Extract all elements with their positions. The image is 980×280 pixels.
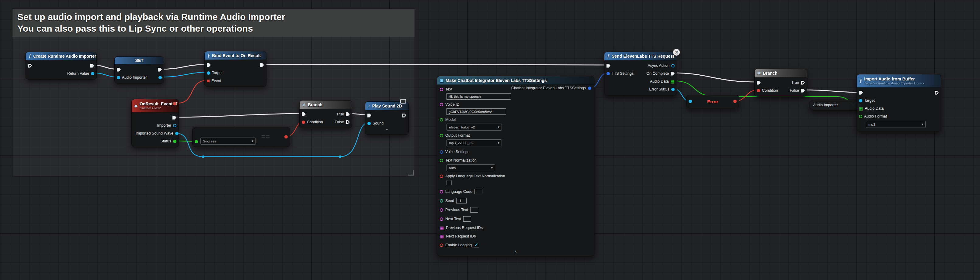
import-audio-from-buffer-node[interactable]: ƒ Import Audio from Buffer Target is Run…: [856, 74, 941, 132]
exec-out-pin[interactable]: [935, 91, 939, 95]
next-text-pin[interactable]: [440, 217, 443, 221]
exec-in-pin[interactable]: [302, 112, 306, 116]
previous-request-ids-array-pin[interactable]: ▦: [440, 226, 444, 230]
model-pin[interactable]: [440, 118, 443, 122]
error-compact-node[interactable]: Error: [686, 95, 739, 108]
audio-format-pin[interactable]: [859, 115, 862, 118]
advanced-expand-chevron-icon[interactable]: ˅: [365, 127, 409, 133]
text-normalization-pin[interactable]: [440, 159, 443, 162]
target-pin[interactable]: [859, 99, 862, 102]
audio-format-dropdown[interactable]: mp3: [866, 121, 926, 128]
output-format-dropdown[interactable]: mp3_22050_32: [447, 139, 502, 146]
importer-pin[interactable]: [173, 124, 177, 127]
audio-importer-out-pin[interactable]: [159, 76, 162, 79]
false-exec-pin[interactable]: [346, 120, 350, 124]
voice-settings-pin[interactable]: [440, 150, 443, 153]
sound-pin[interactable]: [368, 122, 371, 125]
audio-data-array-pin[interactable]: ▦: [859, 106, 863, 111]
status-label: Status: [161, 139, 171, 143]
audio-data-label: Audio Data: [650, 79, 669, 84]
async-action-pin[interactable]: [671, 64, 675, 67]
output-delegate-pin[interactable]: [173, 102, 176, 105]
error-status-pin[interactable]: [671, 88, 675, 91]
node-title: SET: [135, 58, 143, 63]
previous-text-input[interactable]: [470, 207, 478, 213]
previous-text-pin[interactable]: [440, 208, 443, 212]
voice-id-input[interactable]: gOkFV1JMCt0G0n9xmBwV: [447, 108, 506, 115]
set-audio-importer-node[interactable]: SET Audio Importer: [115, 57, 164, 84]
branch-node-2[interactable]: ⇄ Branch True Condition False: [754, 69, 807, 96]
condition-pin[interactable]: [302, 120, 305, 124]
text-input[interactable]: Hi, this is my speech: [447, 93, 511, 100]
exec-out-pin[interactable]: [172, 116, 177, 120]
text-normalization-dropdown[interactable]: auto: [447, 164, 495, 171]
error-in-pin[interactable]: [689, 100, 692, 103]
seed-input[interactable]: -1: [456, 198, 466, 204]
language-code-input[interactable]: [474, 189, 482, 195]
imported-sound-wave-pin[interactable]: [175, 132, 178, 135]
bind-event-to-on-result-node[interactable]: ƒ Bind Event to On Result Target Event: [204, 51, 266, 87]
branch-node-1[interactable]: ⇄ Branch True Condition False: [299, 100, 352, 128]
exec-out-pin[interactable]: [260, 63, 264, 67]
development-only-badge-icon: [400, 99, 406, 104]
exec-out-pin[interactable]: [90, 64, 94, 68]
exec-in-pin[interactable]: [368, 114, 371, 117]
node-title: Create Runtime Audio Importer: [33, 54, 96, 59]
equal-enum-node[interactable]: == Success: [192, 127, 290, 147]
node-header: ⇄ Branch: [755, 69, 807, 78]
variable-label: Audio Importer: [813, 103, 838, 107]
enum-value-dropdown[interactable]: Success: [200, 138, 256, 144]
true-exec-pin[interactable]: [801, 81, 805, 85]
enable-logging-checkbox[interactable]: [474, 243, 479, 248]
event-delegate-pin[interactable]: [207, 79, 210, 82]
condition-pin[interactable]: [757, 89, 760, 92]
event-icon: ◆: [134, 104, 137, 108]
bool-out-pin[interactable]: [285, 135, 288, 139]
error-bool-out-pin[interactable]: [733, 100, 737, 103]
seed-pin[interactable]: [440, 199, 443, 202]
on-complete-exec-pin[interactable]: [671, 72, 675, 76]
exec-in-pin[interactable]: [606, 64, 611, 68]
voice-id-pin[interactable]: [440, 103, 443, 106]
text-normalization-label: Text Normalization: [445, 158, 477, 163]
exec-out-pin[interactable]: [402, 114, 406, 117]
apply-language-checkbox[interactable]: [447, 180, 452, 185]
apply-language-pin[interactable]: [440, 175, 443, 178]
make-tts-settings-node[interactable]: ▣ Make Chatbot Integrator Eleven Labs TT…: [437, 76, 594, 256]
language-code-pin[interactable]: [440, 190, 443, 193]
comment-resize-handle[interactable]: [408, 170, 414, 176]
output-struct-pin[interactable]: [588, 87, 591, 90]
exec-in-pin[interactable]: [757, 81, 761, 85]
next-text-input[interactable]: [463, 216, 471, 222]
true-exec-pin[interactable]: [346, 112, 350, 116]
node-header: ⇄ Branch: [300, 101, 352, 109]
comment-box[interactable]: Set up audio import and playback via Run…: [12, 8, 415, 177]
model-dropdown[interactable]: eleven_turbo_v2: [447, 123, 502, 131]
exec-in-pin[interactable]: [28, 64, 32, 68]
audio-data-array-pin[interactable]: ▦: [671, 79, 675, 84]
enum-in-pin[interactable]: [195, 140, 198, 143]
text-pin[interactable]: [440, 88, 443, 91]
next-text-label: Next Text: [445, 217, 461, 221]
next-request-ids-array-pin[interactable]: ▦: [440, 234, 444, 238]
tts-settings-label: TTS Settings: [612, 71, 633, 76]
send-elevenlabs-tts-request-node[interactable]: ◷ ƒ Send ElevenLabs TTS Request Async Ac…: [604, 52, 677, 95]
on-result-custom-event-node[interactable]: ◆ OnResult_Event_0 Custom Event Importer…: [131, 99, 179, 147]
exec-out-pin[interactable]: [158, 68, 162, 72]
blueprint-graph-canvas[interactable]: Set up audio import and playback via Run…: [0, 0, 980, 280]
exec-in-pin[interactable]: [207, 63, 211, 67]
play-sound-2d-node[interactable]: ♪ Play Sound 2D Sound ˅: [365, 101, 409, 135]
create-runtime-audio-importer-node[interactable]: ƒ Create Runtime Audio Importer Return V…: [25, 52, 97, 79]
output-format-pin[interactable]: [440, 134, 443, 137]
target-pin[interactable]: [207, 71, 210, 75]
false-exec-pin[interactable]: [801, 89, 805, 93]
advanced-collapse-chevron-icon[interactable]: ∧: [437, 249, 594, 255]
return-value-pin[interactable]: [91, 72, 94, 75]
exec-in-pin[interactable]: [117, 68, 121, 72]
status-pin[interactable]: [173, 140, 177, 143]
target-label: Target: [864, 98, 875, 103]
enable-logging-pin[interactable]: [440, 244, 443, 247]
exec-in-pin[interactable]: [859, 91, 863, 95]
audio-importer-in-pin[interactable]: [117, 76, 120, 79]
tts-settings-pin[interactable]: [606, 72, 610, 75]
